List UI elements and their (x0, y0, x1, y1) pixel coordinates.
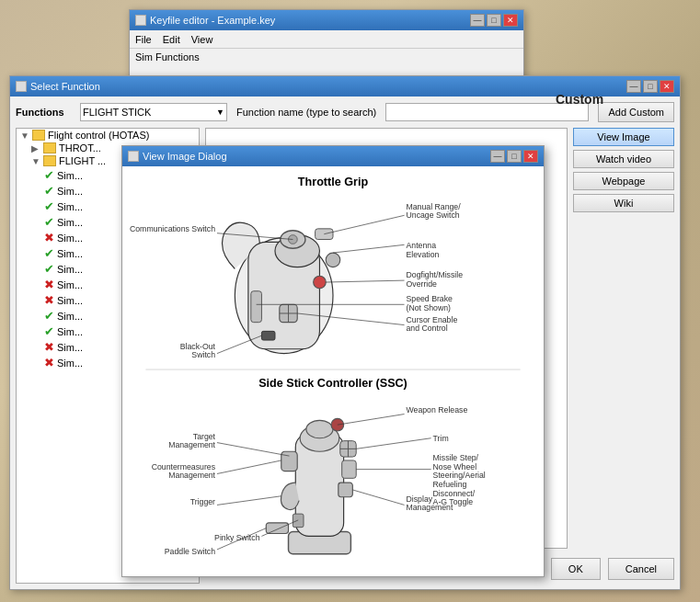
sim-item-label: Sim... (57, 358, 83, 369)
svg-text:Missile Step/: Missile Step/ (433, 453, 479, 462)
view-image-restore-btn[interactable]: □ (507, 150, 522, 163)
check-green-icon: ✔ (44, 184, 54, 198)
tree-flight-label: FLIGHT ... (59, 155, 106, 166)
view-image-window-icon (128, 151, 139, 162)
select-fn-restore-btn[interactable]: □ (643, 80, 658, 93)
svg-rect-10 (251, 291, 262, 323)
keyfile-minimize-btn[interactable]: — (470, 14, 485, 27)
tree-folder-icon (32, 130, 45, 141)
tree-flight-folder-icon (43, 155, 56, 166)
sim-item-label: Sim... (57, 326, 83, 337)
select-fn-title: Select Function (30, 81, 100, 92)
svg-text:Steering/Aerial: Steering/Aerial (433, 471, 486, 480)
sim-item-label: Sim... (57, 311, 83, 322)
view-image-body: Throttle Grip (122, 166, 544, 576)
svg-text:Trim: Trim (433, 434, 449, 443)
sim-item-label: Sim... (57, 264, 83, 275)
view-image-titlebar-controls: — □ ✕ (490, 150, 538, 163)
dropdown-value: FLIGHT STICK (83, 107, 151, 118)
sim-functions-label: Sim Functions (135, 51, 200, 62)
svg-text:Target: Target (193, 432, 216, 441)
check-green-icon: ✔ (44, 324, 54, 338)
keyfile-restore-btn[interactable]: □ (487, 14, 501, 27)
svg-text:Countermeasures: Countermeasures (152, 462, 216, 471)
webpage-button[interactable]: Webpage (573, 172, 674, 190)
svg-text:Display: Display (407, 494, 433, 504)
cancel-button[interactable]: Cancel (608, 558, 674, 580)
custom-label: Custom (556, 92, 603, 107)
svg-point-40 (306, 420, 333, 437)
svg-text:Manual Range/: Manual Range/ (407, 202, 462, 211)
sim-item-label: Sim... (57, 233, 83, 244)
svg-text:and Control: and Control (407, 324, 448, 333)
check-red-icon: ✖ (44, 278, 54, 291)
keyfile-close-btn[interactable]: ✕ (503, 14, 518, 27)
menu-file[interactable]: File (135, 34, 152, 45)
select-fn-minimize-btn[interactable]: — (626, 80, 641, 93)
check-red-icon: ✖ (44, 231, 54, 244)
wiki-button[interactable]: Wiki (573, 194, 674, 212)
view-image-minimize-btn[interactable]: — (490, 150, 505, 163)
fn-buttons-col: View Image Watch video Webpage Wiki (573, 128, 674, 549)
svg-rect-48 (293, 514, 304, 528)
sim-item-label: Sim... (57, 342, 83, 353)
ok-button[interactable]: OK (551, 558, 601, 580)
keyfile-menubar: File Edit View (130, 30, 523, 49)
svg-text:Speed Brake: Speed Brake (407, 294, 453, 303)
view-image-titlebar: View Image Dialog — □ ✕ (122, 146, 544, 166)
sim-functions-bar: Sim Functions (130, 49, 523, 65)
sim-item-label: Sim... (57, 201, 83, 212)
view-image-close-btn[interactable]: ✕ (523, 150, 538, 163)
tree-root-label: Flight control (HOTAS) (48, 130, 149, 141)
tree-throt-expand: ▶ (31, 143, 40, 153)
svg-text:Uncage Switch: Uncage Switch (407, 210, 460, 220)
svg-rect-14 (261, 331, 275, 340)
svg-text:Paddle Switch: Paddle Switch (165, 547, 215, 556)
check-green-icon: ✔ (44, 262, 54, 276)
svg-text:Communications Switch: Communications Switch (130, 224, 215, 233)
keyfile-titlebar-controls: — □ ✕ (470, 14, 518, 27)
svg-rect-46 (281, 451, 297, 471)
keyfile-title: Keyfile editor - Example.key (150, 15, 275, 26)
svg-text:Nose Wheel: Nose Wheel (433, 462, 477, 471)
svg-text:Trigger: Trigger (190, 497, 215, 506)
svg-text:Disconnect/: Disconnect/ (433, 489, 476, 498)
svg-text:Black-Out: Black-Out (180, 342, 216, 351)
svg-rect-45 (342, 460, 357, 478)
sim-item-label: Sim... (57, 217, 83, 228)
flight-stick-dropdown[interactable]: FLIGHT STICK ▼ (80, 103, 227, 121)
sim-item-label: Sim... (57, 279, 83, 290)
svg-text:Switch: Switch (191, 350, 215, 359)
svg-text:Antenna: Antenna (407, 241, 437, 250)
menu-edit[interactable]: Edit (163, 34, 180, 45)
svg-text:Management: Management (168, 440, 215, 449)
keyfile-editor-window: Keyfile editor - Example.key — □ ✕ File … (129, 9, 524, 83)
svg-text:Throttle Grip: Throttle Grip (298, 176, 369, 188)
sim-item-label: Sim... (57, 295, 83, 306)
svg-text:Side Stick Controller (SSC): Side Stick Controller (SSC) (258, 377, 407, 390)
custom-panel: Custom (556, 92, 661, 107)
tree-throt-label: THROT... (59, 142, 101, 153)
select-fn-titlebar-left: Select Function (16, 81, 100, 92)
sim-item-label: Sim... (57, 248, 83, 259)
svg-text:Elevation: Elevation (407, 250, 440, 259)
menu-view[interactable]: View (191, 34, 213, 45)
svg-rect-49 (266, 523, 288, 534)
svg-text:Management: Management (168, 471, 215, 480)
svg-text:Cursor Enable: Cursor Enable (407, 315, 458, 324)
keyfile-titlebar-left: Keyfile editor - Example.key (135, 15, 275, 26)
tree-expand-icon: ▼ (20, 131, 29, 141)
view-image-button[interactable]: View Image (573, 128, 674, 146)
view-image-title: View Image Dialog (143, 151, 227, 162)
check-red-icon: ✖ (44, 293, 54, 307)
svg-text:Weapon Release: Weapon Release (407, 405, 468, 415)
svg-text:(Not Shown): (Not Shown) (407, 303, 452, 312)
svg-point-8 (326, 253, 340, 267)
keyfile-titlebar: Keyfile editor - Example.key — □ ✕ (130, 10, 523, 30)
select-fn-close-btn[interactable]: ✕ (660, 80, 674, 93)
check-green-icon: ✔ (44, 246, 54, 260)
check-red-icon: ✖ (44, 340, 54, 354)
watch-video-button[interactable]: Watch video (573, 150, 674, 168)
svg-text:Refueling: Refueling (433, 480, 467, 489)
keyfile-window-icon (135, 15, 146, 26)
